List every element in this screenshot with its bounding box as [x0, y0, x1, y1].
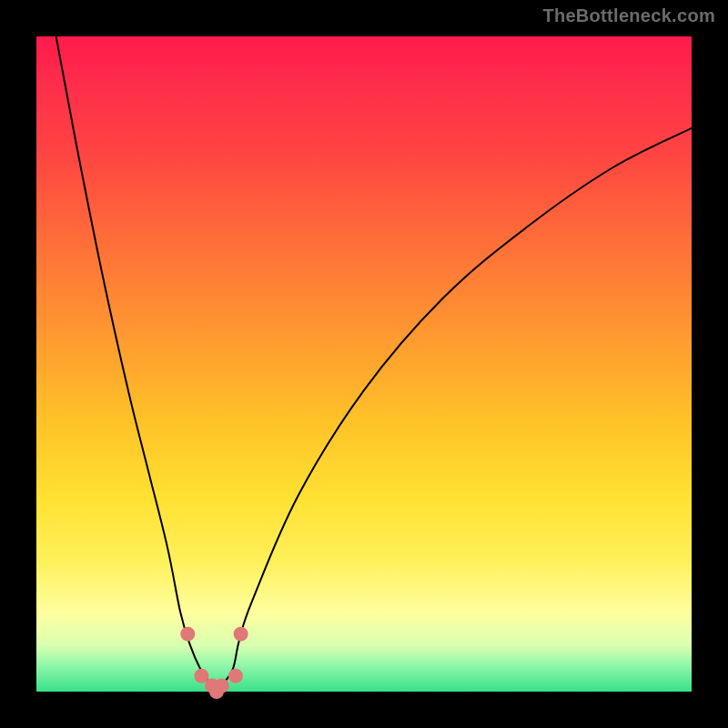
plot-area — [36, 36, 692, 692]
watermark-text: TheBottleneck.com — [542, 5, 715, 26]
highlight-dots — [180, 627, 248, 699]
highlight-dot — [234, 627, 248, 642]
bottleneck-curve-left — [56, 36, 217, 692]
bottleneck-curves — [56, 36, 692, 692]
curve-layer — [36, 36, 692, 692]
highlight-dot — [215, 679, 229, 693]
chart-container: TheBottleneck.com — [0, 0, 728, 728]
highlight-dot — [228, 669, 243, 683]
highlight-dot — [180, 627, 195, 642]
bottleneck-curve-right — [217, 128, 692, 692]
